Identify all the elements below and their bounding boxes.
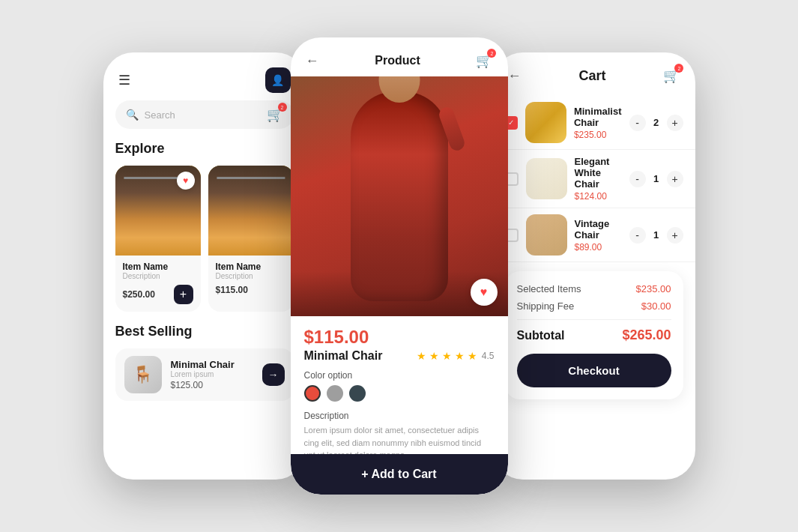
best-item-arrow-1[interactable]: → — [262, 363, 285, 386]
product-desc-2: Description — [216, 272, 286, 280]
cart-item-name-3: Vintage Chair — [575, 218, 622, 241]
favorite-button[interactable]: ♥ — [471, 279, 498, 306]
cart-item-price-3: $89.00 — [575, 242, 622, 253]
product-price-2: $115.00 — [216, 285, 248, 295]
qty-control-2: - 1 + — [629, 171, 683, 187]
description-label: Description — [304, 411, 495, 421]
add-button-1[interactable]: + — [174, 285, 193, 304]
checkout-button[interactable]: Checkout — [517, 354, 671, 387]
qty-value-3: 1 — [650, 229, 662, 241]
best-selling-item-1[interactable]: 🪑 Minimal Chair Lorem ipsum $125.00 → — [115, 348, 294, 401]
left-phone: ☰ 👤 🔍 Search 🛒 2 Explore ♥ Item Na — [103, 52, 306, 480]
cart-badge: 2 — [278, 103, 287, 112]
cart-item-price-1: $235.00 — [574, 130, 622, 140]
color-grey[interactable] — [327, 385, 343, 402]
qty-plus-3[interactable]: + — [667, 227, 683, 244]
color-red[interactable] — [304, 385, 321, 402]
qty-plus-2[interactable]: + — [667, 171, 683, 187]
selected-items-label: Selected Items — [517, 283, 581, 294]
subtotal-row: Subtotal $265.00 — [517, 327, 671, 343]
cart-item-info-2: Elegant White Chair $124.00 — [575, 156, 622, 202]
cart-title: Cart — [578, 68, 605, 84]
right-cart-button[interactable]: 🛒 2 — [663, 67, 680, 84]
explore-card-1[interactable]: ♥ Item Name Description $250.00 + — [115, 166, 201, 312]
product-hero-image: ♥ — [291, 76, 508, 316]
rating-stars: ★ ★ ★ ★ ★ 4.5 — [417, 350, 495, 362]
product-image-1: ♥ — [115, 166, 201, 256]
qty-minus-3[interactable]: - — [629, 227, 646, 244]
screens-container: ☰ 👤 🔍 Search 🛒 2 Explore ♥ Item Na — [0, 0, 798, 532]
heart-badge-1[interactable]: ♥ — [177, 172, 195, 190]
qty-minus-1[interactable]: - — [629, 115, 646, 131]
star-3: ★ — [442, 350, 452, 362]
subtotal-val: $265.00 — [622, 327, 671, 343]
product-name-1: Item Name — [123, 262, 193, 272]
product-image-2 — [208, 166, 294, 256]
star-2: ★ — [429, 350, 439, 362]
star-4: ★ — [455, 350, 465, 362]
qty-value-2: 1 — [650, 173, 662, 184]
selected-items-val: $235.00 — [636, 283, 671, 294]
center-cart-badge: 2 — [487, 49, 496, 58]
color-options — [304, 385, 495, 402]
cart-item-image-3 — [526, 214, 567, 256]
explore-card-2[interactable]: Item Name Description $115.00 — [208, 166, 294, 312]
cart-item-1: ✓ Minimalist Chair $235.00 - 2 + — [493, 96, 695, 150]
explore-grid: ♥ Item Name Description $250.00 + Item — [103, 166, 306, 324]
cart-item-2: Elegant White Chair $124.00 - 1 + — [493, 150, 695, 208]
cart-item-image-1 — [525, 102, 566, 143]
qty-control-1: - 2 + — [629, 115, 683, 131]
best-item-info-1: Minimal Chair Lorem ipsum $125.00 — [171, 359, 253, 390]
qty-minus-2[interactable]: - — [629, 171, 646, 187]
avatar-button[interactable]: 👤 — [265, 67, 291, 93]
best-selling-title: Best Selling — [103, 324, 306, 348]
back-button-right[interactable]: ← — [508, 68, 522, 84]
back-button-center[interactable]: ← — [306, 53, 319, 69]
product-desc-1: Description — [123, 272, 193, 280]
hamburger-icon[interactable]: ☰ — [118, 72, 130, 88]
explore-title: Explore — [103, 141, 306, 166]
product-price-main: $115.00 — [304, 327, 495, 348]
center-cart-button[interactable]: 🛒 2 — [476, 52, 492, 69]
name-rating-row: Minimal Chair ★ ★ ★ ★ ★ 4.5 — [304, 349, 495, 363]
center-phone: ← Product 🛒 2 — [291, 37, 508, 495]
summary-divider — [517, 319, 671, 320]
search-icon: 🔍 — [126, 109, 139, 121]
qty-value-1: 2 — [650, 117, 662, 128]
qty-plus-1[interactable]: + — [667, 115, 683, 131]
product-info-1: Item Name Description $250.00 + — [115, 256, 201, 312]
cart-button[interactable]: 🛒 2 — [267, 106, 283, 123]
center-header: ← Product 🛒 2 — [291, 37, 508, 76]
product-info-2: Item Name Description $115.00 — [208, 256, 294, 303]
add-to-cart-button[interactable]: + Add to Cart — [291, 454, 508, 495]
best-item-name-1: Minimal Chair — [171, 359, 253, 370]
center-title: Product — [375, 54, 420, 67]
color-dark[interactable] — [349, 385, 366, 402]
cart-item-price-2: $124.00 — [575, 191, 622, 202]
selected-items-row: Selected Items $235.00 — [517, 283, 671, 294]
left-header: ☰ 👤 — [103, 52, 306, 100]
product-price-1: $250.00 — [123, 289, 155, 300]
search-bar: 🔍 Search 🛒 2 — [115, 100, 294, 129]
order-summary: Selected Items $235.00 Shipping Fee $30.… — [505, 271, 683, 399]
cart-item-name-1: Minimalist Chair — [574, 106, 622, 128]
avatar-icon: 👤 — [271, 74, 284, 86]
product-details: $115.00 Minimal Chair ★ ★ ★ ★ ★ 4.5 Colo… — [291, 316, 508, 472]
shipping-label: Shipping Fee — [517, 300, 575, 312]
product-name-2: Item Name — [216, 262, 286, 272]
shipping-val: $30.00 — [641, 300, 671, 312]
best-item-price-1: $125.00 — [171, 380, 253, 390]
search-placeholder[interactable]: Search — [145, 109, 261, 121]
price-row-1: $250.00 + — [123, 285, 193, 304]
cart-item-name-2: Elegant White Chair — [575, 156, 622, 190]
right-phone: ← Cart 🛒 2 ✓ Minimalist Chair $235.00 - … — [493, 52, 695, 480]
right-header: ← Cart 🛒 2 — [493, 52, 695, 96]
price-row-2: $115.00 — [216, 285, 286, 295]
right-cart-badge: 2 — [674, 64, 683, 73]
subtotal-label: Subtotal — [517, 329, 565, 342]
rating-value: 4.5 — [482, 351, 495, 361]
star-1: ★ — [417, 350, 426, 362]
cart-item-info-1: Minimalist Chair $235.00 — [574, 106, 622, 140]
product-name-main: Minimal Chair — [304, 349, 383, 363]
best-item-desc-1: Lorem ipsum — [171, 370, 253, 378]
